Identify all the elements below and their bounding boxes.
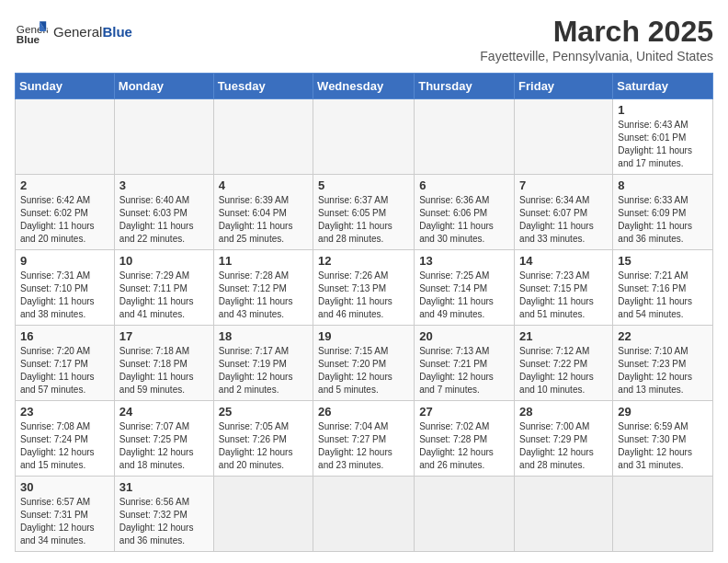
calendar-cell: 25Sunrise: 7:05 AM Sunset: 7:26 PM Dayli… xyxy=(213,401,313,477)
logo-text: GeneralBlue xyxy=(53,24,132,40)
location-subtitle: Fayetteville, Pennsylvania, United State… xyxy=(480,49,713,63)
calendar-cell: 3Sunrise: 6:40 AM Sunset: 6:03 PM Daylig… xyxy=(114,175,213,250)
calendar-cell: 9Sunrise: 7:31 AM Sunset: 7:10 PM Daylig… xyxy=(16,250,115,326)
day-number: 3 xyxy=(119,178,209,192)
day-info: Sunrise: 7:05 AM Sunset: 7:26 PM Dayligh… xyxy=(219,420,308,472)
day-number: 6 xyxy=(419,178,509,192)
day-number: 24 xyxy=(119,405,209,419)
day-info: Sunrise: 7:00 AM Sunset: 7:29 PM Dayligh… xyxy=(519,420,608,472)
calendar-cell: 16Sunrise: 7:20 AM Sunset: 7:17 PM Dayli… xyxy=(16,326,115,401)
day-info: Sunrise: 6:56 AM Sunset: 7:32 PM Dayligh… xyxy=(119,496,209,547)
day-info: Sunrise: 6:43 AM Sunset: 6:01 PM Dayligh… xyxy=(618,119,708,170)
calendar-cell: 4Sunrise: 6:39 AM Sunset: 6:04 PM Daylig… xyxy=(213,175,313,250)
calendar-cell: 2Sunrise: 6:42 AM Sunset: 6:02 PM Daylig… xyxy=(16,175,115,250)
day-info: Sunrise: 7:12 AM Sunset: 7:22 PM Dayligh… xyxy=(519,345,608,396)
day-number: 23 xyxy=(20,405,109,419)
day-number: 19 xyxy=(318,329,409,343)
day-number: 2 xyxy=(20,178,109,192)
day-info: Sunrise: 6:59 AM Sunset: 7:30 PM Dayligh… xyxy=(618,420,708,472)
calendar-week-row: 9Sunrise: 7:31 AM Sunset: 7:10 PM Daylig… xyxy=(16,250,713,326)
calendar-cell: 12Sunrise: 7:26 AM Sunset: 7:13 PM Dayli… xyxy=(313,250,415,326)
logo-icon: General Blue xyxy=(15,15,48,48)
day-info: Sunrise: 7:13 AM Sunset: 7:21 PM Dayligh… xyxy=(419,345,509,396)
day-number: 10 xyxy=(119,254,209,268)
day-info: Sunrise: 6:36 AM Sunset: 6:06 PM Dayligh… xyxy=(419,194,509,246)
day-number: 27 xyxy=(419,405,509,419)
calendar-cell: 7Sunrise: 6:34 AM Sunset: 6:07 PM Daylig… xyxy=(515,175,613,250)
day-number: 29 xyxy=(618,405,708,419)
calendar-cell: 10Sunrise: 7:29 AM Sunset: 7:11 PM Dayli… xyxy=(114,250,213,326)
day-number: 30 xyxy=(20,480,109,494)
calendar-cell: 5Sunrise: 6:37 AM Sunset: 6:05 PM Daylig… xyxy=(313,175,415,250)
calendar-cell: 22Sunrise: 7:10 AM Sunset: 7:23 PM Dayli… xyxy=(613,326,713,401)
calendar-cell: 11Sunrise: 7:28 AM Sunset: 7:12 PM Dayli… xyxy=(213,250,313,326)
calendar-cell: 31Sunrise: 6:56 AM Sunset: 7:32 PM Dayli… xyxy=(114,477,213,552)
calendar-cell: 26Sunrise: 7:04 AM Sunset: 7:27 PM Dayli… xyxy=(313,401,415,477)
day-number: 16 xyxy=(20,329,109,343)
day-of-week-header: Sunday xyxy=(16,74,115,99)
day-number: 20 xyxy=(419,329,509,343)
calendar-cell: 1Sunrise: 6:43 AM Sunset: 6:01 PM Daylig… xyxy=(613,99,713,175)
calendar-cell: 8Sunrise: 6:33 AM Sunset: 6:09 PM Daylig… xyxy=(613,175,713,250)
calendar-header-row: SundayMondayTuesdayWednesdayThursdayFrid… xyxy=(16,74,713,99)
day-info: Sunrise: 7:07 AM Sunset: 7:25 PM Dayligh… xyxy=(119,420,209,472)
day-info: Sunrise: 7:25 AM Sunset: 7:14 PM Dayligh… xyxy=(419,270,509,321)
calendar-cell: 14Sunrise: 7:23 AM Sunset: 7:15 PM Dayli… xyxy=(515,250,613,326)
page-header: General Blue GeneralBlue March 2025 Faye… xyxy=(15,15,713,63)
calendar-cell: 20Sunrise: 7:13 AM Sunset: 7:21 PM Dayli… xyxy=(415,326,515,401)
day-of-week-header: Tuesday xyxy=(213,74,313,99)
day-number: 18 xyxy=(219,329,308,343)
calendar-cell xyxy=(515,477,613,552)
day-number: 11 xyxy=(219,254,308,268)
day-number: 12 xyxy=(318,254,409,268)
title-block: March 2025 Fayetteville, Pennsylvania, U… xyxy=(480,15,713,63)
day-number: 14 xyxy=(519,254,608,268)
day-number: 15 xyxy=(618,254,708,268)
day-number: 4 xyxy=(219,178,308,192)
day-info: Sunrise: 6:40 AM Sunset: 6:03 PM Dayligh… xyxy=(119,194,209,246)
calendar-cell: 28Sunrise: 7:00 AM Sunset: 7:29 PM Dayli… xyxy=(515,401,613,477)
day-info: Sunrise: 7:21 AM Sunset: 7:16 PM Dayligh… xyxy=(618,270,708,321)
day-info: Sunrise: 7:23 AM Sunset: 7:15 PM Dayligh… xyxy=(519,270,608,321)
calendar-week-row: 23Sunrise: 7:08 AM Sunset: 7:24 PM Dayli… xyxy=(16,401,713,477)
calendar-cell xyxy=(613,477,713,552)
day-info: Sunrise: 7:08 AM Sunset: 7:24 PM Dayligh… xyxy=(20,420,109,472)
calendar-cell: 17Sunrise: 7:18 AM Sunset: 7:18 PM Dayli… xyxy=(114,326,213,401)
day-number: 21 xyxy=(519,329,608,343)
calendar-cell xyxy=(415,477,515,552)
calendar-cell xyxy=(213,99,313,175)
day-number: 8 xyxy=(618,178,708,192)
day-number: 9 xyxy=(20,254,109,268)
calendar-cell: 21Sunrise: 7:12 AM Sunset: 7:22 PM Dayli… xyxy=(515,326,613,401)
calendar-cell xyxy=(313,477,415,552)
calendar-cell: 24Sunrise: 7:07 AM Sunset: 7:25 PM Dayli… xyxy=(114,401,213,477)
day-info: Sunrise: 6:37 AM Sunset: 6:05 PM Dayligh… xyxy=(318,194,409,246)
day-info: Sunrise: 6:34 AM Sunset: 6:07 PM Dayligh… xyxy=(519,194,608,246)
calendar-week-row: 30Sunrise: 6:57 AM Sunset: 7:31 PM Dayli… xyxy=(16,477,713,552)
logo: General Blue GeneralBlue xyxy=(15,15,132,48)
svg-text:Blue: Blue xyxy=(17,33,40,45)
day-number: 7 xyxy=(519,178,608,192)
month-year-title: March 2025 xyxy=(480,15,713,49)
calendar-cell: 23Sunrise: 7:08 AM Sunset: 7:24 PM Dayli… xyxy=(16,401,115,477)
day-number: 22 xyxy=(618,329,708,343)
calendar-week-row: 16Sunrise: 7:20 AM Sunset: 7:17 PM Dayli… xyxy=(16,326,713,401)
day-number: 5 xyxy=(318,178,409,192)
calendar-cell: 13Sunrise: 7:25 AM Sunset: 7:14 PM Dayli… xyxy=(415,250,515,326)
day-number: 26 xyxy=(318,405,409,419)
day-info: Sunrise: 6:57 AM Sunset: 7:31 PM Dayligh… xyxy=(20,496,109,547)
day-info: Sunrise: 7:10 AM Sunset: 7:23 PM Dayligh… xyxy=(618,345,708,396)
calendar-cell xyxy=(213,477,313,552)
calendar-cell: 29Sunrise: 6:59 AM Sunset: 7:30 PM Dayli… xyxy=(613,401,713,477)
calendar-cell xyxy=(16,99,115,175)
day-info: Sunrise: 7:29 AM Sunset: 7:11 PM Dayligh… xyxy=(119,270,209,321)
calendar-cell: 15Sunrise: 7:21 AM Sunset: 7:16 PM Dayli… xyxy=(613,250,713,326)
day-of-week-header: Wednesday xyxy=(313,74,415,99)
day-info: Sunrise: 7:26 AM Sunset: 7:13 PM Dayligh… xyxy=(318,270,409,321)
day-info: Sunrise: 7:04 AM Sunset: 7:27 PM Dayligh… xyxy=(318,420,409,472)
calendar-cell xyxy=(114,99,213,175)
calendar-cell: 6Sunrise: 6:36 AM Sunset: 6:06 PM Daylig… xyxy=(415,175,515,250)
calendar-cell xyxy=(515,99,613,175)
day-info: Sunrise: 6:33 AM Sunset: 6:09 PM Dayligh… xyxy=(618,194,708,246)
calendar-cell xyxy=(313,99,415,175)
